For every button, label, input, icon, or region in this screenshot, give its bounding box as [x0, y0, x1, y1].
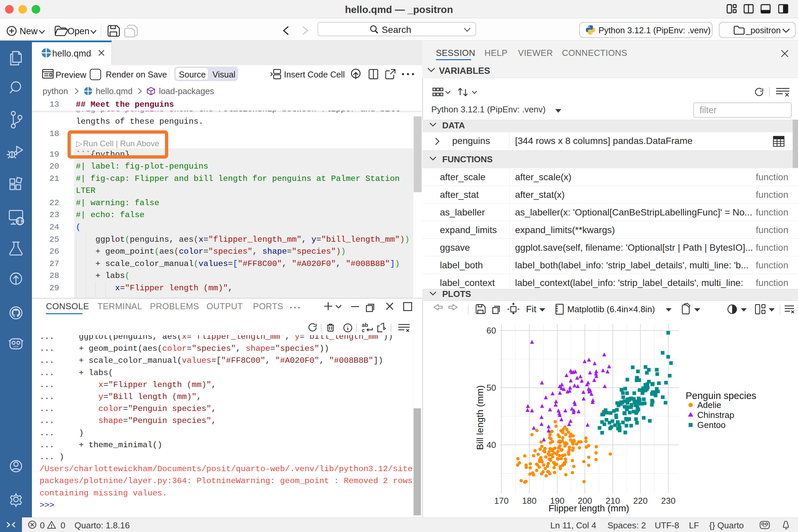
svg-text:Adelie: Adelie: [697, 400, 721, 410]
svg-text:40: 40: [487, 440, 496, 450]
svg-text:Chinstrap: Chinstrap: [697, 410, 734, 420]
svg-text:c: c: [362, 327, 365, 333]
svg-text:ab: ab: [362, 322, 368, 328]
svg-text:Gentoo: Gentoo: [697, 420, 725, 430]
svg-text:180: 180: [522, 496, 536, 506]
svg-text:230: 230: [661, 496, 675, 506]
svg-text:50: 50: [487, 383, 496, 393]
svg-text:Fit: Fit: [526, 304, 536, 314]
svg-text:Penguin species: Penguin species: [686, 391, 757, 401]
svg-text:170: 170: [494, 496, 508, 506]
svg-text:60: 60: [487, 325, 496, 336]
svg-text:220: 220: [633, 496, 647, 506]
svg-text:Flipper length (mm): Flipper length (mm): [549, 503, 629, 513]
svg-text:Bill length (mm): Bill length (mm): [475, 385, 485, 450]
svg-text:Matplotlib (6.4in×4.8in): Matplotlib (6.4in×4.8in): [567, 304, 655, 314]
